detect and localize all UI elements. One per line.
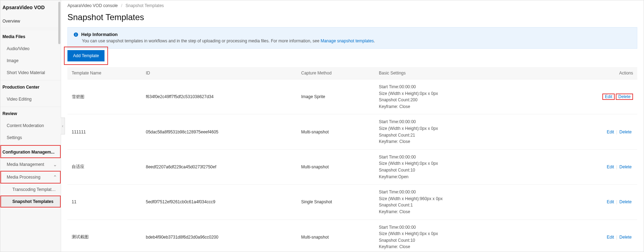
cell-id: f634f0e2c49ff7f5df2c531038627d34 (142, 79, 297, 114)
cell-basic-settings: Start Time:00:00:00Size (Width x Height)… (375, 185, 581, 220)
info-icon (73, 32, 78, 37)
cell-template-name: 自适应 (67, 149, 142, 184)
table-row: 11111105dac58a8f9531b98c128975eeef4605Mu… (67, 114, 637, 149)
help-title: Help Information (81, 32, 118, 37)
breadcrumb: ApsaraVideo VOD console / Snapshot Templ… (67, 3, 637, 10)
cell-template-name: 测试截图 (67, 220, 142, 252)
cell-basic-settings: Start Time:00:00:00Size (Width x Height)… (375, 220, 581, 252)
edit-link[interactable]: Edit (606, 199, 616, 205)
page-title: Snapshot Templates (67, 12, 637, 22)
sidebar-section-config-management: Configuration Managem... (0, 145, 61, 158)
sidebar-section-production-center: Production Center (0, 80, 61, 93)
cell-basic-settings: Start Time:00:00:00Size (Width x Height)… (375, 114, 581, 149)
sidebar-section-media-files: Media Files (0, 30, 61, 43)
cell-template-name: 111111 (67, 114, 142, 149)
add-template-button[interactable]: Add Template (67, 50, 105, 61)
delete-link[interactable]: Delete (618, 199, 633, 205)
sidebar-item-snapshot-templates[interactable]: Snapshot Templates (0, 196, 61, 208)
sidebar-item-media-management[interactable]: Media Management ⌄ (0, 158, 61, 171)
cell-actions: Edit|Delete (581, 149, 637, 184)
action-separator: | (616, 235, 617, 240)
sidebar-section-review: Review (0, 107, 61, 120)
table-row: 自适应8eedf2207a6df229ca45d0273f2750efMulti… (67, 149, 637, 184)
cell-basic-settings: Start Time:00:00:00Size (Width x Height)… (375, 79, 581, 114)
sidebar-item-video-editing[interactable]: Video Editing (0, 93, 61, 105)
delete-link[interactable]: Delete (618, 129, 633, 135)
cell-id: 5edf0f7512ef9261cb0c61a4f034ccc9 (142, 185, 297, 220)
col-id: ID (142, 67, 297, 79)
sidebar-item-audio-video[interactable]: Audio/Video (0, 43, 61, 55)
cell-capture-method: Multi-snapshot (297, 114, 375, 149)
cell-basic-settings: Start Time:00:00:00Size (Width x Height)… (375, 149, 581, 184)
delete-link[interactable]: Delete (618, 164, 633, 170)
cell-actions: Edit|Delete (581, 220, 637, 252)
chevron-up-icon: ⌃ (53, 174, 57, 180)
scrollbar-thumb[interactable] (58, 2, 60, 44)
cell-capture-method: Image Sprite (297, 79, 375, 114)
cell-template-name: 雪碧图 (67, 79, 142, 114)
action-separator: | (616, 130, 617, 134)
chevron-down-icon: ⌄ (53, 162, 57, 167)
svg-rect-1 (76, 34, 76, 35)
edit-link[interactable]: Edit (606, 129, 616, 135)
cell-template-name: 11 (67, 185, 142, 220)
cell-actions: Edit|Delete (581, 114, 637, 149)
edit-link[interactable]: Edit (606, 234, 616, 240)
table-row: 115edf0f7512ef9261cb0c61a4f034ccc9Single… (67, 185, 637, 220)
breadcrumb-separator: / (121, 3, 122, 8)
edit-link[interactable]: Edit (606, 164, 616, 170)
cell-id: bdeb4f90eb3731d8f6d23d0a96cc0200 (142, 220, 297, 252)
cell-id: 8eedf2207a6df229ca45d0273f2750ef (142, 149, 297, 184)
sidebar-item-media-processing[interactable]: Media Processing ⌃ (0, 171, 61, 184)
add-template-highlight: Add Template (64, 47, 108, 65)
cell-capture-method: Single Snapshot (297, 185, 375, 220)
svg-rect-2 (76, 33, 76, 34)
delete-link[interactable]: Delete (617, 94, 632, 100)
cell-actions: Edit|Delete (581, 185, 637, 220)
sidebar-item-image[interactable]: Image (0, 55, 61, 67)
col-template-name: Template Name (67, 67, 142, 79)
sidebar-item-label: Media Management (7, 162, 44, 167)
delete-link[interactable]: Delete (618, 234, 633, 240)
table-row: 雪碧图f634f0e2c49ff7f5df2c531038627d34Image… (67, 79, 637, 114)
sidebar-item-short-video[interactable]: Short Video Material (0, 67, 61, 79)
sidebar-collapse-handle[interactable]: ‹ (61, 118, 65, 134)
templates-table: Template Name ID Capture Method Basic Se… (67, 67, 637, 252)
action-separator: | (616, 164, 617, 169)
breadcrumb-current: Snapshot Templates (126, 3, 164, 8)
cell-actions: Edit Delete (581, 79, 637, 114)
col-actions: Actions (581, 67, 637, 79)
sidebar-item-label: Media Processing (7, 175, 40, 180)
cell-capture-method: Multi-snapshot (297, 149, 375, 184)
sidebar: ApsaraVideo VOD Overview Media Files Aud… (0, 0, 61, 252)
sidebar-item-content-moderation[interactable]: Content Moderation (0, 120, 61, 132)
help-information-box: Help Information You can use snapshot te… (67, 27, 637, 49)
help-link[interactable]: Manage snapshot templates (321, 38, 374, 43)
sidebar-scrollbar[interactable] (58, 0, 61, 252)
sidebar-item-transcoding-template[interactable]: Transcoding Template G (0, 184, 61, 196)
col-capture-method: Capture Method (297, 67, 375, 79)
cell-capture-method: Multi-snapshot (297, 220, 375, 252)
help-text: You can use snapshot templates in workfl… (73, 38, 631, 43)
product-title: ApsaraVideo VOD (0, 0, 61, 15)
table-header-row: Template Name ID Capture Method Basic Se… (67, 67, 637, 79)
action-separator: | (616, 199, 617, 204)
chevron-left-icon: ‹ (62, 124, 64, 128)
table-row: 测试截图bdeb4f90eb3731d8f6d23d0a96cc0200Mult… (67, 220, 637, 252)
main-content: ApsaraVideo VOD console / Snapshot Templ… (61, 0, 644, 252)
edit-link[interactable]: Edit (603, 94, 614, 100)
breadcrumb-root[interactable]: ApsaraVideo VOD console (67, 3, 118, 8)
cell-id: 05dac58a8f9531b98c128975eeef4605 (142, 114, 297, 149)
col-basic-settings: Basic Settings (375, 67, 581, 79)
sidebar-item-settings[interactable]: Settings (0, 132, 61, 144)
sidebar-item-overview[interactable]: Overview (0, 15, 61, 27)
